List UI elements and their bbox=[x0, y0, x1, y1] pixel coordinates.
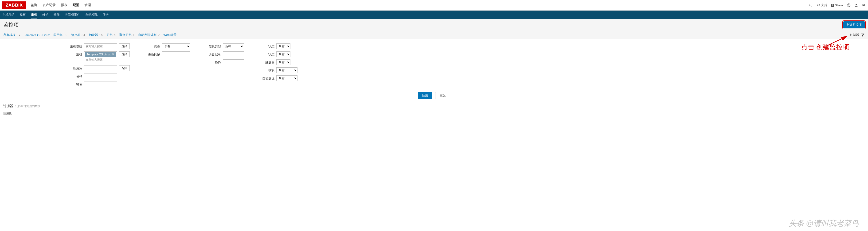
appset-footer-label: 应用集 bbox=[0, 110, 868, 117]
filter-footer-title: 过滤器 bbox=[3, 104, 13, 108]
subnav-hostgroups[interactable]: 主机群组 bbox=[2, 11, 14, 19]
label-host: 主机 bbox=[66, 52, 82, 57]
trigger-select[interactable]: 所有 bbox=[276, 59, 290, 65]
appset-input[interactable] bbox=[84, 65, 117, 71]
nav-inventory[interactable]: 资产记录 bbox=[42, 3, 56, 7]
interval-input[interactable] bbox=[162, 52, 190, 57]
state1-select[interactable]: 所有 bbox=[276, 43, 290, 49]
svg-point-3 bbox=[856, 4, 857, 5]
name-input[interactable] bbox=[84, 73, 117, 79]
nav-reports[interactable]: 报表 bbox=[61, 3, 67, 7]
label-name: 名称 bbox=[66, 73, 82, 78]
type-select[interactable]: 所有 bbox=[162, 43, 190, 49]
infotype-select[interactable]: 所有 bbox=[223, 43, 244, 49]
host-multiselect[interactable]: Template OS Linux✕ 在此输入搜索 bbox=[84, 52, 117, 63]
state2-select[interactable]: 所有 bbox=[276, 52, 290, 57]
subnav-discovery[interactable]: 自动发现 bbox=[85, 11, 97, 19]
label-hostgroup: 主机群组 bbox=[66, 43, 82, 48]
trend-input[interactable] bbox=[223, 59, 244, 65]
help-icon[interactable] bbox=[847, 3, 850, 7]
svg-line-1 bbox=[811, 6, 812, 7]
global-search[interactable] bbox=[771, 2, 813, 8]
label-interval: 更新间隔 bbox=[144, 52, 160, 57]
tab-triggers[interactable]: 触发器 15 bbox=[89, 33, 103, 37]
logout-icon[interactable] bbox=[862, 3, 866, 7]
reset-button[interactable]: 重设 bbox=[435, 92, 450, 99]
host-tag[interactable]: Template OS Linux✕ bbox=[85, 52, 116, 57]
search-icon bbox=[809, 3, 812, 7]
page-title: 监控项 bbox=[3, 21, 843, 28]
logo[interactable]: ZABBIX bbox=[2, 1, 26, 9]
label-history: 历史记录 bbox=[205, 52, 221, 57]
support-link[interactable]: 支持 bbox=[817, 3, 827, 7]
filter-footer-sub: 只影响过滤后的数据 bbox=[15, 104, 40, 108]
label-infotype: 信息类型 bbox=[205, 43, 221, 48]
subnav-services[interactable]: 服务 bbox=[103, 11, 109, 19]
label-state2: 状态 bbox=[258, 52, 275, 57]
tab-discovery-rules[interactable]: 自动发现规则 2 bbox=[138, 33, 159, 37]
key-input[interactable] bbox=[84, 81, 117, 87]
apply-button[interactable]: 应用 bbox=[418, 92, 432, 99]
subnav-templates[interactable]: 模板 bbox=[20, 11, 26, 19]
breadcrumb-template[interactable]: Template OS Linux bbox=[24, 33, 50, 37]
subnav-actions[interactable]: 动作 bbox=[54, 11, 60, 19]
subnav-correlation[interactable]: 关联项事件 bbox=[65, 11, 80, 19]
subnav-hosts[interactable]: 主机 bbox=[31, 10, 37, 19]
appset-select-btn[interactable]: 选择 bbox=[119, 65, 130, 71]
history-input[interactable] bbox=[223, 52, 244, 57]
tab-screens[interactable]: 聚合图形 1 bbox=[119, 33, 135, 37]
z-icon: Z bbox=[831, 4, 834, 7]
filter-toggle[interactable]: 过滤器 bbox=[850, 33, 865, 37]
label-trend: 趋势 bbox=[205, 59, 221, 65]
share-link[interactable]: Z Share bbox=[831, 3, 843, 7]
label-template: 模板 bbox=[258, 67, 275, 72]
nav-monitor[interactable]: 监测 bbox=[31, 3, 37, 7]
svg-point-0 bbox=[809, 4, 811, 6]
tab-web[interactable]: Web 场景 bbox=[163, 33, 177, 37]
user-icon[interactable] bbox=[855, 3, 858, 7]
label-type: 类型 bbox=[144, 43, 160, 48]
breadcrumb-all-templates[interactable]: 所有模板 bbox=[3, 33, 16, 37]
template-select[interactable]: 所有 bbox=[276, 67, 298, 73]
label-state1: 状态 bbox=[258, 43, 275, 48]
tab-items[interactable]: 监控项 34 bbox=[71, 33, 85, 37]
nav-admin[interactable]: 管理 bbox=[84, 3, 91, 7]
hostgroup-select-btn[interactable]: 选择 bbox=[119, 43, 130, 49]
label-trigger: 触发器 bbox=[258, 59, 275, 65]
discovery-select[interactable]: 所有 bbox=[276, 75, 298, 81]
label-discovery: 自动发现 bbox=[258, 75, 275, 80]
host-select-btn[interactable]: 选择 bbox=[119, 52, 130, 57]
annotation-text: 点击 创建监控项 bbox=[801, 43, 849, 52]
create-item-button[interactable]: 创建监控项 bbox=[843, 21, 865, 28]
hostgroup-input[interactable] bbox=[84, 43, 117, 49]
tab-appset[interactable]: 应用集 10 bbox=[53, 33, 67, 37]
label-appset: 应用集 bbox=[66, 65, 82, 70]
headset-icon bbox=[817, 3, 820, 7]
nav-config[interactable]: 配置 bbox=[72, 3, 79, 7]
filter-icon bbox=[861, 33, 865, 37]
close-icon[interactable]: ✕ bbox=[112, 53, 114, 56]
tab-graphs[interactable]: 图形 5 bbox=[106, 33, 116, 37]
subnav-maintenance[interactable]: 维护 bbox=[42, 11, 49, 19]
label-key: 键值 bbox=[66, 81, 82, 87]
